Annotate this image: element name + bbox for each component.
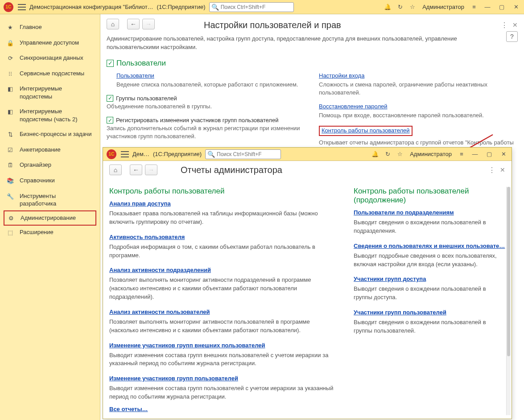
sidebar-item-label: Инструменты разработчика (20, 192, 94, 208)
sidebar-item-label: Интегрируемые подсистемы (20, 85, 94, 100)
sidebar-item-label: Администрирование (21, 214, 76, 222)
login-settings-link[interactable]: Настройки входа (319, 72, 364, 79)
app-title: Демонстрационная конфигурация "Библиот… (29, 4, 153, 10)
groups-checkbox[interactable]: ✓ (107, 95, 113, 102)
user-control-link[interactable]: Контроль работы пользователей (322, 127, 410, 134)
minimize-button[interactable]: — (482, 4, 493, 10)
report-link-left-2[interactable]: Анализ активности подразделений (109, 267, 211, 273)
inner-topbar: Дем… (1С:Предприятие) 🔍 🔔 ↻ ☆ Администра… (103, 148, 512, 161)
sidebar-item-icon: 📚 (6, 177, 14, 185)
inner-maximize-button[interactable]: ▢ (484, 151, 495, 157)
inner-forward-button[interactable]: → (145, 165, 157, 175)
inner-minimize-button[interactable]: — (470, 151, 480, 157)
report-link-right-0[interactable]: Пользователи по подразделениям (354, 209, 454, 216)
help-button[interactable]: ? (506, 31, 518, 42)
sidebar-item-icon: ◧ (6, 85, 14, 93)
login-settings-desc: Сложность и смена паролей, ограничение р… (319, 81, 518, 97)
inner-history-icon[interactable]: ↻ (383, 151, 392, 157)
inner-page-close-icon[interactable]: ✕ (500, 166, 505, 173)
report-link-right-3[interactable]: Участники групп пользователей (354, 309, 446, 316)
sidebar-item-icon: ⚙ (7, 214, 15, 222)
section-title: Пользователи (116, 59, 166, 68)
inner-logo-1c-icon (106, 150, 117, 159)
report-desc-right-1: Выводит подробные сведения о всех пользо… (354, 252, 505, 269)
search-box[interactable]: 🔍 (209, 2, 294, 12)
report-link-right-2[interactable]: Участники групп доступа (354, 276, 426, 282)
report-link-left-3[interactable]: Анализ активности пользователей (109, 309, 210, 315)
close-button[interactable]: ✕ (511, 4, 521, 10)
sidebar-item-icon: ⁝⁝ (6, 70, 14, 78)
inner-user-label[interactable]: Администратор (410, 151, 452, 157)
report-desc-left-3: Позволяет выполнять мониторинг активност… (109, 318, 338, 335)
collapse-checkbox-icon[interactable]: ✓ (107, 60, 114, 67)
sidebar-item-4[interactable]: ◧Интегрируемые подсистемы (0, 81, 100, 104)
sidebar-item-0[interactable]: ★Главное (0, 20, 100, 35)
filter-icon[interactable]: ≡ (470, 4, 479, 10)
report-link-right-1[interactable]: Сведения о пользователях и внешних польз… (354, 243, 505, 249)
all-reports-link[interactable]: Все отчеты… (109, 406, 148, 412)
sidebar-item-11[interactable]: ⚙Администрирование (4, 210, 96, 226)
app-topbar: Демонстрационная конфигурация "Библиот… … (0, 0, 524, 14)
register-checkbox[interactable]: ✓ (107, 117, 113, 124)
sidebar-item-label: Расширение (20, 228, 54, 236)
inner-scroll-thumb[interactable] (507, 187, 510, 356)
sidebar-item-12[interactable]: ⬚Расширение (0, 225, 100, 240)
page-close-icon[interactable]: ✕ (512, 21, 518, 29)
sidebar-item-3[interactable]: ⁝⁝Сервисные подсистемы (0, 66, 100, 82)
inner-more-icon[interactable]: ⋮ (488, 166, 495, 174)
sidebar-item-5[interactable]: ◧Интегрируемые подсистемы (часть 2) (0, 104, 100, 127)
sidebar-item-7[interactable]: ☑Анкетирование (0, 142, 100, 158)
inner-hamburger-icon[interactable] (121, 151, 129, 157)
inner-search-box[interactable]: 🔍 (205, 149, 281, 159)
forward-button[interactable]: → (142, 19, 155, 29)
sidebar-item-label: Анкетирование (20, 146, 61, 154)
platform-label: (1С:Предприятие) (157, 4, 206, 10)
sidebar-item-icon: ⟳ (6, 54, 14, 62)
report-desc-left-2: Позволяет выполнять мониторинг активност… (109, 276, 338, 301)
page-toolbar: ⌂ ← → (107, 19, 155, 29)
back-button[interactable]: ← (127, 19, 140, 29)
sidebar-item-6[interactable]: ⇅Бизнес-процессы и задачи (0, 127, 100, 142)
report-desc-left-5: Выводит изменения состава групп пользова… (109, 384, 338, 401)
inner-scrollbar[interactable] (506, 187, 511, 415)
inner-right-column: Контроль работы пользователей (продолжен… (354, 179, 505, 408)
sidebar-item-8[interactable]: 🗓Органайзер (0, 157, 100, 173)
inner-search-input[interactable] (216, 151, 279, 158)
maximize-button[interactable]: ▢ (496, 4, 507, 10)
hamburger-icon[interactable] (18, 4, 26, 10)
sidebar-item-2[interactable]: ⟳Синхронизация данных (0, 50, 100, 66)
inner-window: Дем… (1С:Предприятие) 🔍 🔔 ↻ ☆ Администра… (103, 147, 512, 419)
password-recovery-link[interactable]: Восстановление паролей (319, 103, 388, 110)
sidebar-item-9[interactable]: 📚Справочники (0, 173, 100, 189)
report-link-left-0[interactable]: Анализ прав доступа (109, 200, 171, 207)
report-desc-right-0: Выводит сведения о вхождении пользовател… (354, 218, 505, 235)
register-cb-label: Регистрировать изменения участников груп… (116, 117, 278, 124)
inner-star-icon[interactable]: ☆ (396, 151, 404, 157)
report-link-left-5[interactable]: Изменение участников групп пользователей (109, 375, 238, 382)
bell-icon[interactable]: 🔔 (383, 4, 392, 10)
home-button[interactable]: ⌂ (107, 19, 119, 29)
inner-close-button[interactable]: ✕ (498, 151, 509, 157)
search-input[interactable] (220, 4, 292, 11)
sidebar-item-icon: ⬚ (6, 229, 14, 237)
report-link-left-1[interactable]: Активность пользователя (109, 234, 185, 240)
inner-back-button[interactable]: ← (130, 165, 142, 175)
star-icon[interactable]: ☆ (408, 4, 417, 10)
sidebar-item-label: Интегрируемые подсистемы (часть 2) (20, 107, 94, 123)
inner-page-toolbar: ⌂ ← → Отчеты администратора ⋮ ✕ (109, 165, 505, 175)
inner-home-button[interactable]: ⌂ (109, 165, 122, 175)
sidebar-item-10[interactable]: 🔧Инструменты разработчика (0, 189, 100, 211)
password-recovery-desc: Помощь при входе, восстановление паролей… (319, 111, 518, 119)
report-desc-left-0: Показывает права пользователей на таблиц… (109, 210, 338, 226)
history-icon[interactable]: ↻ (396, 4, 404, 10)
more-icon[interactable]: ⋮ (501, 21, 508, 29)
report-link-left-4[interactable]: Изменение участников групп внешних польз… (109, 342, 265, 349)
users-link[interactable]: Пользователи (116, 72, 154, 79)
user-label[interactable]: Администратор (422, 4, 464, 10)
sidebar-item-1[interactable]: 🔒Управление доступом (0, 35, 100, 51)
section-header-users[interactable]: ✓ Пользователи (107, 59, 518, 68)
logo-1c-icon (3, 3, 14, 12)
sidebar-item-icon: 🔒 (6, 39, 14, 47)
inner-filter-icon[interactable]: ≡ (457, 151, 466, 157)
inner-bell-icon[interactable]: 🔔 (371, 151, 380, 157)
